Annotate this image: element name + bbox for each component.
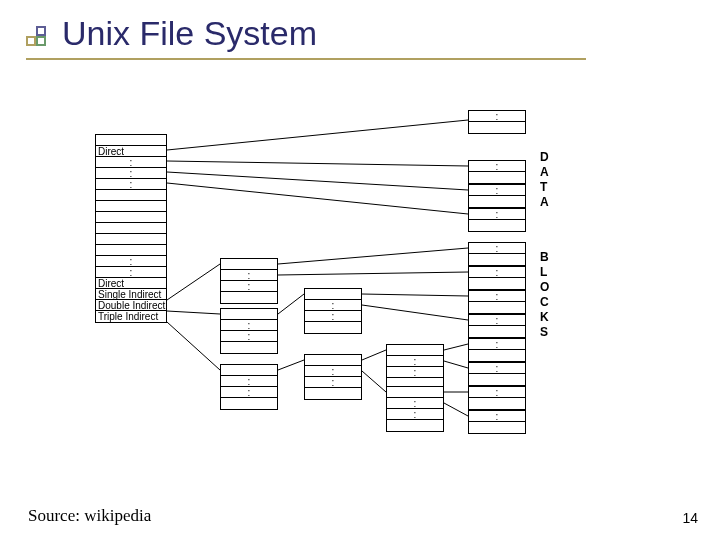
inode-row: [96, 234, 166, 245]
indirect-block: : :: [386, 386, 444, 432]
inode-single-indirect: Single Indirect: [96, 289, 166, 300]
inode-row: [96, 201, 166, 212]
inode-direct-top: Direct: [96, 146, 166, 157]
inode-row: :: [96, 179, 166, 190]
inode-row: :: [96, 256, 166, 267]
pointer-lines: [90, 110, 650, 470]
inode-row: :: [96, 168, 166, 179]
data-block: :: [468, 362, 526, 386]
inode-row: [96, 245, 166, 256]
indirect-block: : :: [304, 288, 362, 334]
inode-row: [96, 212, 166, 223]
svg-line-0: [167, 120, 468, 150]
svg-line-11: [167, 322, 220, 370]
data-block: :: [468, 208, 526, 232]
svg-line-10: [362, 305, 468, 320]
svg-line-1: [167, 161, 468, 166]
inode-row: [96, 190, 166, 201]
source-label: Source: wikipedia: [28, 506, 151, 526]
inode-diagram: Direct : : : : : Direct Single Indirect …: [90, 110, 650, 470]
indirect-block: : :: [220, 308, 278, 354]
data-block: :: [468, 110, 526, 134]
page-number: 14: [682, 510, 698, 526]
title-bullet-icon: [26, 26, 48, 48]
svg-line-8: [278, 294, 304, 314]
indirect-block: : :: [220, 258, 278, 304]
inode-row: [96, 223, 166, 234]
svg-line-5: [278, 248, 468, 264]
svg-line-12: [278, 360, 304, 370]
svg-line-18: [444, 403, 468, 416]
data-block: :: [468, 266, 526, 290]
title-underline: [26, 58, 586, 60]
svg-line-16: [362, 371, 386, 392]
label-data: D A T A: [540, 150, 549, 210]
inode-double-indirect: Double Indirect: [96, 300, 166, 311]
inode-row: :: [96, 267, 166, 278]
inode-direct-bottom: Direct: [96, 278, 166, 289]
svg-line-9: [362, 294, 468, 296]
inode-triple-indirect: Triple Indirect: [96, 311, 166, 322]
svg-line-14: [444, 344, 468, 350]
indirect-block: : :: [386, 344, 444, 390]
inode-block: Direct : : : : : Direct Single Indirect …: [95, 134, 167, 323]
svg-line-4: [167, 264, 220, 300]
data-block: :: [468, 184, 526, 208]
data-block: :: [468, 386, 526, 410]
svg-line-13: [362, 350, 386, 360]
data-block: :: [468, 338, 526, 362]
svg-line-6: [278, 272, 468, 275]
data-block: :: [468, 290, 526, 314]
page-title: Unix File System: [62, 14, 317, 53]
title-bar: Unix File System: [26, 14, 317, 53]
label-blocks: B L O C K S: [540, 250, 549, 340]
data-block: :: [468, 242, 526, 266]
inode-row: :: [96, 157, 166, 168]
indirect-block: : :: [304, 354, 362, 400]
svg-line-15: [444, 361, 468, 368]
svg-line-7: [167, 311, 220, 314]
data-block: :: [468, 160, 526, 184]
data-block: :: [468, 314, 526, 338]
indirect-block: : :: [220, 364, 278, 410]
data-block: :: [468, 410, 526, 434]
inode-row: [96, 135, 166, 146]
